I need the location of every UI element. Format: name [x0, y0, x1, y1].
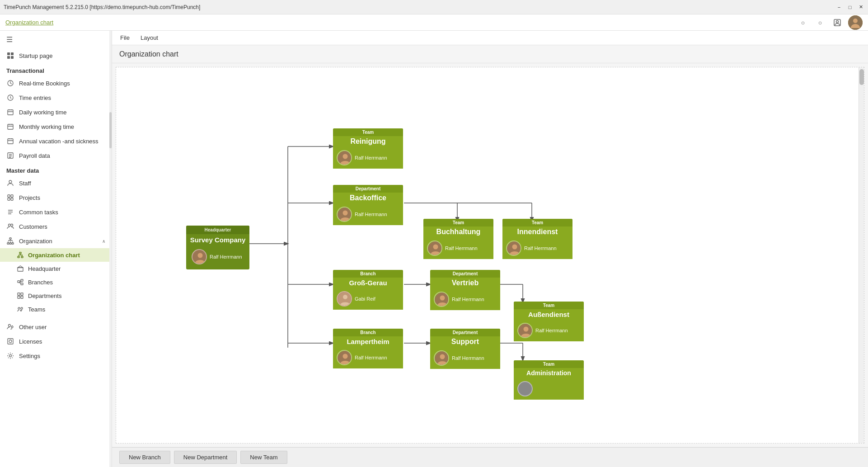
realtime-label: Real-time Bookings — [19, 80, 105, 87]
svg-rect-27 — [21, 256, 23, 258]
sidebar-item-startup[interactable]: Startup page — [0, 48, 112, 63]
menubar: File Layout — [112, 31, 868, 45]
sidebar-item-staff[interactable]: Staff — [0, 176, 112, 190]
sidebar-subitem-headquarter[interactable]: Headquarter — [0, 262, 112, 275]
new-team-button[interactable]: New Team — [240, 451, 287, 464]
sidebar-item-vacation[interactable]: Annual vacation -and sickness — [0, 134, 112, 148]
notifications-icon[interactable]: ○ — [797, 16, 809, 29]
teams-label: Teams — [28, 306, 45, 313]
orgchart-icon — [16, 251, 24, 259]
node-dept-vertrieb[interactable]: Department Vertrieb Ralf Herrmann — [430, 270, 500, 310]
node-team-reinigung[interactable]: Team Reinigung Ralf Herrmann — [333, 128, 403, 169]
section-transactional: Transactional — [0, 63, 112, 76]
svg-rect-17 — [8, 198, 10, 200]
content-area: File Layout Organization chart — [112, 31, 868, 467]
org-chart-canvas[interactable]: Headquarter Survey Company Ralf Herrmann — [116, 67, 864, 443]
canvas-scrollbar[interactable] — [859, 67, 864, 443]
node-dept-support[interactable]: Department Support Ralf Herrmann — [430, 329, 500, 369]
sidebar-subitem-branches[interactable]: Branches — [0, 275, 112, 289]
svg-point-78 — [440, 354, 445, 359]
menu-file[interactable]: File — [116, 33, 134, 43]
topbar: Organization chart ○ ○ — [0, 14, 868, 31]
sidebar-item-customers[interactable]: Customers — [0, 219, 112, 234]
orgchart-label: Organization chart — [28, 252, 80, 259]
sidebar-item-timeentries[interactable]: Time entries — [0, 90, 112, 105]
departments-icon — [16, 292, 24, 300]
monthly-icon — [6, 123, 14, 131]
svg-rect-31 — [21, 283, 23, 285]
org-chart-wrapper: Headquarter Survey Company Ralf Herrmann — [116, 67, 864, 384]
svg-rect-6 — [7, 56, 10, 59]
sidebar-item-monthly[interactable]: Monthly working time — [0, 119, 112, 134]
svg-rect-11 — [8, 124, 13, 129]
support-person: Ralf Herrmann — [452, 355, 484, 361]
close-button[interactable]: ✕ — [857, 4, 864, 11]
node-team-aussendienst[interactable]: Team Außendienst Ralf Herrmann — [514, 302, 584, 341]
page-title: Organization chart — [119, 50, 178, 58]
node-dept-backoffice[interactable]: Department Backoffice Ralf Herrmann — [333, 185, 403, 225]
hamburger-button[interactable]: ☰ — [0, 31, 112, 48]
node-branch-grossgerau[interactable]: Branch Groß-Gerau Gabi Reif — [333, 270, 403, 310]
sidebar-item-organization[interactable]: Organization ∧ — [0, 234, 112, 248]
sidebar-subitem-departments[interactable]: Departments — [0, 289, 112, 302]
svg-point-20 — [11, 224, 13, 226]
sidebar-scrollbar-thumb[interactable] — [109, 112, 112, 148]
node-team-administration[interactable]: Team Administration — [514, 360, 584, 400]
svg-rect-26 — [18, 256, 19, 258]
settings-label: Settings — [19, 353, 105, 359]
projects-label: Projects — [19, 194, 105, 201]
maximize-button[interactable]: □ — [846, 4, 854, 11]
daily-label: Daily working time — [19, 109, 105, 116]
node-headquarter[interactable]: Headquarter Survey Company Ralf Herrmann — [186, 226, 249, 269]
otheruser-label: Other user — [19, 324, 105, 330]
hq-icon — [16, 264, 24, 273]
grossgerau-person: Gabi Reif — [355, 296, 375, 302]
svg-rect-24 — [12, 243, 14, 244]
node-team-innendienst[interactable]: Team Innendienst Ralf Herrmann — [502, 219, 572, 259]
sidebar-item-realtime[interactable]: Real-time Bookings — [0, 76, 112, 90]
svg-rect-4 — [7, 52, 10, 55]
customers-label: Customers — [19, 223, 105, 230]
breadcrumb-link[interactable]: Organization chart — [5, 19, 53, 26]
canvas-scrollbar-thumb[interactable] — [859, 69, 864, 85]
sidebar: ☰ Startup page Transactional — [0, 31, 112, 467]
sidebar-scrollbar — [109, 31, 112, 467]
licenses-icon — [6, 337, 14, 345]
settings-icon — [6, 352, 14, 360]
sidebar-item-tasks[interactable]: Common tasks — [0, 205, 112, 219]
new-branch-button[interactable]: New Branch — [119, 451, 170, 464]
user-settings-icon[interactable]: ○ — [814, 16, 826, 29]
lampertheim-person: Ralf Herrmann — [355, 355, 387, 360]
svg-rect-30 — [21, 279, 23, 281]
menu-layout[interactable]: Layout — [136, 33, 163, 43]
buchhaltung-person: Ralf Herrmann — [445, 245, 478, 251]
node-branch-lampertheim[interactable]: Branch Lampertheim Ralf Herrmann — [333, 329, 403, 368]
bottom-toolbar: New Branch New Department New Team — [112, 447, 868, 467]
sidebar-item-daily[interactable]: Daily working time — [0, 105, 112, 119]
account-icon[interactable] — [831, 16, 844, 29]
svg-point-72 — [440, 296, 445, 301]
svg-point-66 — [433, 245, 438, 250]
new-department-button[interactable]: New Department — [174, 451, 237, 464]
sidebar-item-payroll[interactable]: Payroll data — [0, 148, 112, 163]
sidebar-item-settings[interactable]: Settings — [0, 349, 112, 363]
svg-rect-29 — [18, 281, 20, 283]
svg-rect-22 — [7, 243, 9, 244]
svg-point-1 — [836, 20, 839, 23]
otheruser-icon — [6, 323, 14, 331]
sidebar-subitem-teams[interactable]: Teams — [0, 302, 112, 316]
monthly-label: Monthly working time — [19, 123, 105, 130]
sidebar-subitem-orgchart[interactable]: Organization chart — [0, 248, 112, 262]
hq-label: Headquarter — [28, 265, 61, 272]
minimize-button[interactable]: − — [835, 4, 843, 11]
svg-point-14 — [9, 180, 12, 183]
sidebar-item-otheruser[interactable]: Other user — [0, 320, 112, 334]
projects-icon — [6, 193, 14, 202]
user-avatar[interactable] — [848, 15, 863, 30]
svg-point-38 — [9, 325, 11, 327]
sidebar-item-licenses[interactable]: Licenses — [0, 334, 112, 349]
sidebar-item-projects[interactable]: Projects — [0, 190, 112, 205]
staff-label: Staff — [19, 180, 105, 187]
svg-point-64 — [343, 211, 348, 216]
node-team-buchhaltung[interactable]: Team Buchhaltung Ralf Herrmann — [423, 219, 493, 259]
